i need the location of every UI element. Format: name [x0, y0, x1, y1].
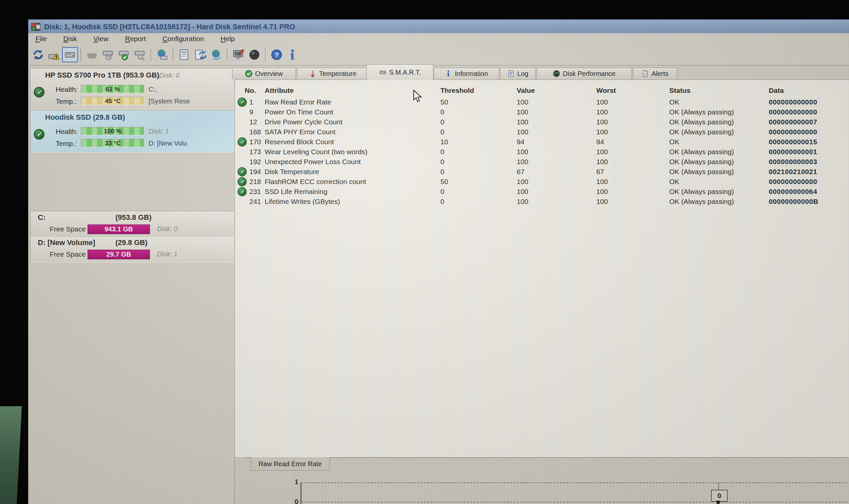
tab-smart[interactable]: S.M.A.R.T. — [366, 64, 433, 80]
report-button[interactable] — [177, 47, 192, 62]
smart-attribute-row[interactable]: 231 SSD Life Remaining 0 100 100 OK (Alw… — [237, 187, 849, 197]
attribute-ok-check-icon — [237, 97, 247, 107]
disk-search-button[interactable] — [132, 47, 148, 62]
attribute-value: 100 — [517, 188, 596, 196]
header-status[interactable]: Status — [669, 87, 769, 94]
attribute-status: OK — [669, 178, 769, 186]
menu-file[interactable]: File — [30, 34, 52, 43]
header-value[interactable]: Value — [517, 87, 596, 94]
globe-disk-button[interactable] — [154, 47, 170, 62]
y-axis-tick-0: 0 — [288, 498, 299, 504]
partition-panel-d[interactable]: D: [New Volume] (29.8 GB) Free Space 29.… — [30, 236, 234, 263]
header-no[interactable]: No. — [237, 87, 265, 94]
toolbar-separator — [173, 48, 174, 61]
attribute-threshold: 50 — [440, 98, 517, 106]
smart-attribute-row[interactable]: 170 Reserved Block Count 10 94 94 OK 000… — [237, 137, 849, 147]
menu-configuration[interactable]: Configuration — [157, 34, 209, 43]
tab-alerts[interactable]: Alerts — [633, 68, 677, 79]
partition-panel-c[interactable]: C: (953.8 GB) Free Space 943.1 GB Disk: … — [30, 211, 234, 236]
header-worst[interactable]: Worst — [596, 87, 669, 94]
attribute-worst: 100 — [596, 178, 669, 186]
attribute-status: OK (Always passing) — [669, 158, 769, 166]
free-space-bar: 943.1 GB — [88, 224, 150, 234]
disk-accept-button[interactable] — [116, 47, 132, 62]
attribute-name: Wear Leveling Count (two words) — [265, 148, 440, 156]
tab-overview[interactable]: Overview — [232, 68, 296, 79]
data-point-marker[interactable]: 0 — [711, 490, 728, 502]
attribute-status: OK (Always passing) — [669, 188, 769, 196]
document-icon — [507, 70, 515, 77]
sound-button[interactable] — [247, 47, 262, 62]
disk-panel-0[interactable]: HP SSD S700 Pro 1TB (953.9 GB) Disk: 0 H… — [30, 68, 234, 110]
menu-help[interactable]: Help — [215, 34, 240, 43]
smart-attribute-row[interactable]: 173 Wear Leveling Count (two words) 0 10… — [237, 147, 849, 157]
gridline-value-1 — [301, 483, 847, 483]
attribute-ok-check-icon — [237, 187, 247, 196]
header-threshold[interactable]: Threshold — [440, 87, 517, 94]
tab-information[interactable]: Information — [434, 68, 499, 79]
panel-refresh-button[interactable] — [192, 47, 208, 62]
disk-disabled-button[interactable] — [84, 47, 100, 62]
tab-disk-performance[interactable]: Disk Performance — [537, 68, 632, 79]
disk-detect-button[interactable] — [62, 47, 78, 62]
titlebar[interactable]: Disk: 1, Hoodisk SSD [H3TLC8A10158172] -… — [28, 19, 849, 34]
tab-label: Temperature — [319, 70, 356, 77]
smart-attribute-row[interactable]: 12 Drive Power Cycle Count 0 100 100 OK … — [237, 117, 849, 127]
health-ok-check-icon — [34, 129, 44, 140]
smart-attribute-row[interactable]: 9 Power On Time Count 0 100 100 OK (Alwa… — [237, 107, 849, 117]
attribute-id: 173 — [249, 148, 265, 156]
tab-label: Alerts — [651, 70, 668, 77]
header-data[interactable]: Data — [769, 87, 849, 94]
smart-attribute-row[interactable]: 218 FlashROM ECC correction count 50 100… — [237, 177, 849, 187]
health-label: Health: — [56, 128, 78, 136]
attribute-status: OK (Always passing) — [669, 148, 769, 156]
tab-temperature[interactable]: Temperature — [297, 68, 369, 79]
screen: Disk: 1, Hoodisk SSD [H3TLC8A10158172] -… — [28, 19, 849, 504]
health-label: Health: — [56, 86, 78, 93]
attribute-data: 000000000000 — [769, 128, 849, 136]
smart-attribute-row[interactable]: 194 Disk Temperature 0 67 67 OK (Always … — [237, 167, 849, 177]
menu-view[interactable]: View — [88, 34, 114, 43]
chart-subtab[interactable]: Raw Read Error Rate — [251, 457, 330, 470]
attribute-status: OK (Always passing) — [669, 198, 769, 205]
attribute-name: SSD Life Remaining — [265, 188, 440, 196]
background-wall — [0, 406, 22, 504]
menubar: File Disk View Report Configuration Help — [28, 33, 849, 45]
monitor-photo: Disk: 1, Hoodisk SSD [H3TLC8A10158172] -… — [0, 0, 849, 504]
attribute-status: OK (Always passing) — [669, 168, 769, 176]
attribute-value: 100 — [517, 98, 596, 106]
menu-disk[interactable]: Disk — [58, 34, 82, 43]
attribute-threshold: 0 — [440, 158, 517, 166]
attribute-ok-check-icon — [237, 167, 247, 176]
attribute-worst: 100 — [596, 148, 669, 156]
smart-attribute-row[interactable]: 192 Unexpected Power Loss Count 0 100 10… — [237, 157, 849, 167]
page-icon — [642, 70, 649, 77]
monitor-edit-button[interactable] — [231, 47, 247, 62]
gridline-value-0 — [301, 502, 847, 502]
globe-sync-button[interactable] — [208, 47, 224, 62]
smart-attribute-row[interactable]: 241 Lifetime Writes (GBytes) 0 100 100 O… — [237, 197, 849, 206]
attribute-worst: 67 — [596, 168, 669, 176]
help-button[interactable]: ? — [269, 47, 285, 62]
disk-panel-1[interactable]: Hoodisk SSD (29.8 GB) Health: 100 % Disk… — [30, 110, 234, 152]
attribute-threshold: 0 — [440, 108, 517, 116]
attribute-value: 94 — [517, 138, 596, 146]
marker-connector — [718, 483, 719, 490]
attribute-worst: 100 — [596, 108, 669, 116]
tab-log[interactable]: Log — [500, 68, 536, 79]
smart-attribute-row[interactable]: 1 Raw Read Error Rate 50 100 100 OK 0000… — [237, 97, 849, 107]
smart-tab-page: No. Attribute Threshold Value Worst Stat… — [234, 79, 849, 504]
chart-subtab-label: Raw Read Error Rate — [258, 460, 322, 468]
disk-number: Disk: 0 — [159, 72, 179, 79]
tab-label: Information — [455, 70, 488, 77]
smart-attribute-row[interactable]: 168 SATA PHY Error Count 0 100 100 OK (A… — [237, 127, 849, 137]
attribute-data: 000000000001 — [769, 148, 849, 156]
info-button[interactable] — [285, 47, 301, 62]
window-title: Disk: 1, Hoodisk SSD [H3TLC8A10158172] -… — [44, 22, 295, 31]
app-icon — [31, 22, 41, 32]
menu-report[interactable]: Report — [120, 34, 151, 43]
disk-clock-button[interactable] — [100, 47, 116, 62]
refresh-button[interactable] — [30, 47, 46, 62]
attribute-threshold: 0 — [440, 198, 517, 205]
disk-alert-button[interactable] — [46, 47, 62, 62]
